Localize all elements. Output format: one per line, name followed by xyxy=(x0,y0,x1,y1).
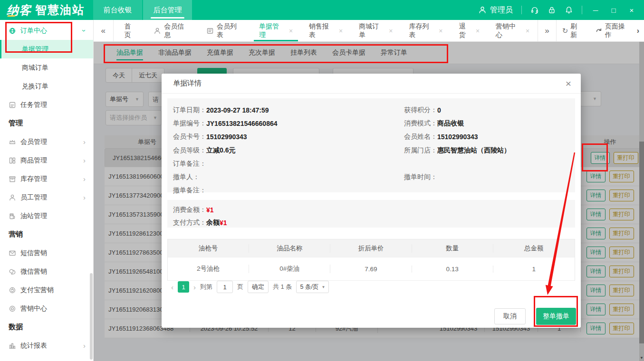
person-icon xyxy=(9,194,16,201)
page-size-select[interactable]: 5 条/页 ▼ xyxy=(296,281,329,293)
tab-close-icon[interactable]: × xyxy=(389,27,393,35)
logo-sub-text: 智慧油站 xyxy=(35,2,85,18)
window-maximize-button[interactable]: □ xyxy=(609,6,618,14)
sidebar: 订单中心›单据管理商城订单兑换订单任务管理管理会员管理›商品管理›库存管理›员工… xyxy=(0,20,94,361)
chevron-right-icon: › xyxy=(83,342,86,350)
tab-label: 单据管理 xyxy=(259,22,285,39)
app-header: 纳客 智慧油站 前台收银 后台管理 管理员 ─ □ × xyxy=(0,0,644,20)
header-right-cluster: 管理员 ─ □ × xyxy=(478,0,644,20)
nav-tab-backend-admin[interactable]: 后台管理 xyxy=(143,0,192,20)
info-label: 订单备注： xyxy=(173,160,206,168)
page-tab-7[interactable]: 退货× xyxy=(451,20,488,41)
page-tab-5[interactable]: 商城订单× xyxy=(351,20,401,41)
sidebar-scrollbar[interactable] xyxy=(90,273,93,360)
crown-icon xyxy=(9,138,16,146)
page-next-icon[interactable]: › xyxy=(193,283,196,291)
sidebar-item-9[interactable]: 员工管理› xyxy=(0,188,93,207)
items-row: 2号油枪0#柴油7.690.131 xyxy=(168,257,575,281)
headset-icon[interactable] xyxy=(530,6,539,14)
sidebar-item-2[interactable]: 商城订单 xyxy=(0,58,93,77)
page-tab-1[interactable]: 会员信息 xyxy=(145,20,198,41)
info-label: 撤单人： xyxy=(173,173,200,181)
pagination: ‹ 1 › 到第 页 确定 共 1 条 5 条/页 ▼ xyxy=(171,281,329,293)
tab-label: 营销中心 xyxy=(496,22,522,39)
page-prev-icon[interactable]: ‹ xyxy=(171,283,173,291)
tab-label: 销售报表 xyxy=(309,22,335,39)
sidebar-item-5: 管理 xyxy=(0,114,93,133)
items-col-header: 数量 xyxy=(412,244,493,253)
modal-close-icon[interactable]: × xyxy=(566,78,571,88)
page-tab-2[interactable]: 会员列表 xyxy=(198,20,251,41)
tabs-scroll-right-icon[interactable]: » xyxy=(538,20,557,41)
sidebar-item-0[interactable]: 订单中心› xyxy=(0,21,93,40)
tab-label: 会员信息 xyxy=(164,22,190,39)
pay-method-label: 支付方式： xyxy=(173,218,206,227)
page-tab-0[interactable]: 首页 xyxy=(116,20,146,41)
user-menu[interactable]: 管理员 xyxy=(478,5,513,15)
tab-close-icon[interactable]: × xyxy=(339,27,343,35)
goto-confirm-button[interactable]: 确定 xyxy=(248,281,269,293)
order-items-header: 油枪号油品名称折后单价数量总金额 xyxy=(168,239,575,257)
items-cell: 2号油枪 xyxy=(168,265,249,273)
amount-panel: 消费金额： ¥1 支付方式： 余额 ¥1 xyxy=(167,200,575,228)
page-operations-icon xyxy=(595,27,603,35)
refresh-button[interactable]: ↻ 刷新 xyxy=(557,22,589,39)
items-cell: 1 xyxy=(493,266,575,273)
globe-icon xyxy=(9,27,16,35)
void-order-button[interactable]: 整单撤单 xyxy=(536,308,576,325)
sidebar-item-15[interactable]: 营销中心 xyxy=(0,299,93,318)
person-icon xyxy=(154,27,161,35)
tab-close-icon[interactable]: × xyxy=(526,27,529,35)
wechat-icon xyxy=(9,268,16,276)
sidebar-item-17[interactable]: 统计报表› xyxy=(0,336,93,355)
page-tab-8[interactable]: 营销中心× xyxy=(488,20,538,41)
bell-icon[interactable] xyxy=(565,6,573,14)
page-tab-3[interactable]: 单据管理× xyxy=(251,20,301,41)
order-items-table: 油枪号油品名称折后单价数量总金额 2号油枪0#柴油7.690.131 xyxy=(167,239,575,281)
sidebar-item-8[interactable]: 库存管理› xyxy=(0,170,93,188)
sidebar-item-10[interactable]: 油站管理 xyxy=(0,207,93,225)
sidebar-item-14[interactable]: 支付宝营销 xyxy=(0,281,93,299)
page-tabbar: « 首页会员信息会员列表单据管理×销售报表×商城订单×库存列表×退货×营销中心×… xyxy=(94,20,644,42)
sidebar-item-12[interactable]: 短信营销 xyxy=(0,244,93,262)
window-close-button[interactable]: × xyxy=(627,6,636,14)
sidebar-item-3[interactable]: 兑换订单 xyxy=(0,77,93,95)
tab-label: 退货 xyxy=(459,22,472,39)
page-number-button[interactable]: 1 xyxy=(178,281,189,293)
stock-icon xyxy=(9,175,16,183)
sidebar-item-13[interactable]: 微信营销 xyxy=(0,262,93,281)
info-value: 15102990343 xyxy=(206,133,247,141)
info-label: 所属门店： xyxy=(404,146,437,155)
chart-icon xyxy=(9,342,16,350)
page-tab-6[interactable]: 库存列表× xyxy=(401,20,451,41)
items-cell: 7.69 xyxy=(330,266,412,273)
sidebar-item-4[interactable]: 任务管理 xyxy=(0,95,93,114)
tab-close-icon[interactable]: × xyxy=(289,27,293,35)
info-value: 惠民智慧油站（西陵站） xyxy=(437,146,510,155)
info-value: 商品收银 xyxy=(437,119,464,128)
tab-label: 库存列表 xyxy=(409,22,435,39)
page-operations-button[interactable]: 页面操作 xyxy=(589,22,637,39)
info-label: 撤单时间： xyxy=(404,173,437,181)
goods-icon xyxy=(9,157,16,164)
tab-close-icon[interactable]: × xyxy=(439,27,442,35)
header-divider xyxy=(582,6,582,14)
sms-icon xyxy=(9,249,16,257)
tabs-scroll-left-icon[interactable]: « xyxy=(94,20,114,41)
tab-close-icon[interactable]: × xyxy=(476,27,480,35)
info-row-0: 订单日期：2023-09-27 18:47:59获得积分：0 xyxy=(173,104,569,117)
cancel-button[interactable]: 取消 xyxy=(494,308,526,324)
total-count: 共 1 条 xyxy=(273,283,292,291)
window-minimize-button[interactable]: ─ xyxy=(591,6,600,14)
info-label: 单据编号： xyxy=(173,119,206,128)
page-operations-expand-icon[interactable]: › xyxy=(637,27,644,35)
sidebar-item-7[interactable]: 商品管理› xyxy=(0,151,93,170)
order-items-body: 2号油枪0#柴油7.690.131 xyxy=(168,257,575,281)
lock-icon[interactable] xyxy=(548,6,556,14)
sidebar-item-6[interactable]: 会员管理› xyxy=(0,133,93,151)
page-goto-input[interactable] xyxy=(217,281,233,293)
nav-tab-front-cashier[interactable]: 前台收银 xyxy=(93,0,142,20)
sidebar-item-1[interactable]: 单据管理 xyxy=(0,40,93,58)
page-tab-4[interactable]: 销售报表× xyxy=(301,20,351,41)
items-cell: 0.13 xyxy=(412,266,493,273)
